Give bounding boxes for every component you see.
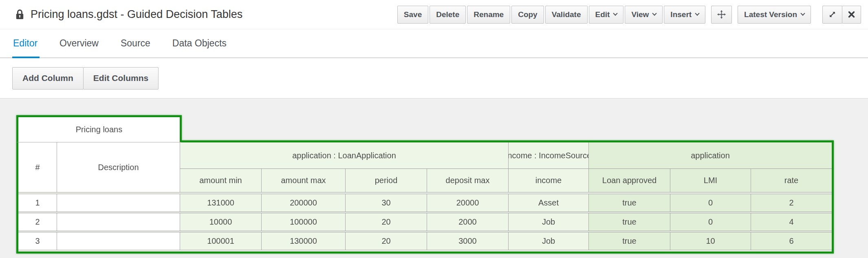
value-cell[interactable]: 2 (751, 194, 832, 212)
tab-editor[interactable]: Editor (12, 29, 48, 57)
lock-icon (15, 9, 25, 20)
header-toolbar: SaveDeleteRenameCopyValidateEditViewInse… (397, 6, 861, 24)
button-label: Edit Columns (93, 73, 148, 83)
value-cell[interactable]: 10000 (180, 213, 262, 231)
decision-table-title: Pricing loans (76, 125, 123, 134)
value-cell[interactable]: 4 (751, 213, 832, 231)
save-button[interactable]: Save (397, 6, 428, 24)
button-label: Save (404, 10, 422, 19)
value-cell[interactable]: 3000 (427, 232, 509, 250)
column-header-loan-approved[interactable]: Loan approved (589, 169, 670, 192)
value-cell[interactable]: 20 (346, 232, 427, 250)
close-button[interactable] (842, 6, 861, 24)
move-icon (717, 10, 726, 19)
value-cell[interactable]: true (589, 194, 670, 212)
value-cell[interactable]: 10 (670, 232, 751, 250)
button-label: Validate (552, 10, 581, 19)
value-cell[interactable]: true (589, 232, 670, 250)
value-cell[interactable]: 130000 (262, 232, 346, 250)
pattern-group-header[interactable]: application : LoanApplication (180, 142, 509, 169)
pattern-group-header[interactable]: application (589, 142, 832, 169)
tab-bar: EditorOverviewSourceData Objects (0, 29, 868, 58)
tab-label: Data Objects (172, 38, 227, 49)
value-cell[interactable]: 20000 (427, 194, 509, 212)
title-bar: Pricing loans.gdst - Guided Decision Tab… (0, 0, 868, 29)
decision-table-grid: #Descriptionapplication : LoanApplicatio… (16, 140, 834, 254)
column-header-income[interactable]: income (509, 169, 589, 192)
button-label: Delete (436, 10, 459, 19)
value-cell[interactable]: 100001 (180, 232, 262, 250)
editor-panel: Pricing loans #Descriptionapplication : … (0, 98, 868, 258)
column-header-amount-max[interactable]: amount max (262, 169, 346, 192)
edit-dropdown[interactable]: Edit (589, 6, 624, 24)
column-header-period[interactable]: period (346, 169, 427, 192)
column-header-lmi[interactable]: LMI (670, 169, 751, 192)
add-column-button[interactable]: Add Column (12, 67, 84, 90)
title-group: Pricing loans.gdst - Guided Decision Tab… (15, 8, 242, 21)
row-number-cell[interactable]: 2 (18, 213, 57, 231)
value-cell[interactable]: Job (509, 232, 589, 250)
value-cell[interactable]: 100000 (262, 213, 346, 231)
edit-columns-button[interactable]: Edit Columns (83, 67, 159, 90)
chevron-down-icon (695, 11, 699, 15)
pattern-group-header[interactable]: income : IncomeSource (509, 142, 589, 169)
value-cell[interactable]: 20 (346, 213, 427, 231)
validate-button[interactable]: Validate (545, 6, 588, 24)
value-cell[interactable]: 200000 (262, 194, 346, 212)
tab-overview[interactable]: Overview (48, 29, 110, 57)
page-title: Pricing loans.gdst - Guided Decision Tab… (31, 8, 242, 21)
chevron-down-icon (800, 11, 805, 15)
value-cell[interactable]: 0 (670, 194, 751, 212)
tab-label: Source (121, 38, 150, 49)
row-number-cell[interactable]: 1 (18, 194, 57, 212)
expand-icon (828, 11, 836, 18)
close-icon (848, 11, 855, 18)
chevron-down-icon (652, 11, 657, 15)
button-label: Rename (474, 10, 504, 19)
toolbar-group (711, 6, 732, 24)
tab-data-objects[interactable]: Data Objects (161, 29, 238, 57)
decision-table-title-tab[interactable]: Pricing loans (16, 115, 182, 142)
toolbar-group: SaveDeleteRenameCopyValidateEditViewInse… (397, 6, 705, 24)
button-label: Add Column (22, 73, 73, 83)
column-header-amount-min[interactable]: amount min (180, 169, 262, 192)
value-cell[interactable]: Asset (509, 194, 589, 212)
value-cell[interactable]: 6 (751, 232, 832, 250)
copy-button[interactable]: Copy (511, 6, 544, 24)
insert-dropdown[interactable]: Insert (664, 6, 705, 24)
value-cell[interactable]: 30 (346, 194, 427, 212)
tab-source[interactable]: Source (110, 29, 161, 57)
tab-label: Overview (59, 38, 99, 49)
button-label: Latest Version (744, 10, 797, 19)
column-header-rate[interactable]: rate (751, 169, 832, 192)
move-button[interactable] (711, 6, 732, 24)
expand-button[interactable] (822, 6, 842, 24)
description-header: Description (57, 142, 180, 192)
row-number-cell[interactable]: 3 (18, 232, 57, 250)
button-label: Copy (518, 10, 538, 19)
chevron-down-icon (613, 11, 618, 15)
column-action-bar: Add Column Edit Columns (0, 58, 868, 98)
value-cell[interactable]: Job (509, 213, 589, 231)
button-label: Edit (595, 10, 610, 19)
value-cell[interactable]: 131000 (180, 194, 262, 212)
decision-table: Pricing loans #Descriptionapplication : … (16, 115, 834, 254)
button-label: Insert (670, 10, 692, 19)
description-cell[interactable] (57, 194, 180, 212)
value-cell[interactable]: true (589, 213, 670, 231)
delete-button[interactable]: Delete (430, 6, 466, 24)
row-number-header: # (18, 142, 57, 192)
view-dropdown[interactable]: View (625, 6, 663, 24)
description-cell[interactable] (57, 213, 180, 231)
tab-label: Editor (13, 38, 37, 49)
toolbar-group (822, 6, 861, 24)
latest-version-dropdown[interactable]: Latest Version (738, 6, 811, 24)
rename-button[interactable]: Rename (467, 6, 510, 24)
value-cell[interactable]: 2000 (427, 213, 509, 231)
button-label: View (631, 10, 649, 19)
column-header-deposit-max[interactable]: deposit max (427, 169, 509, 192)
toolbar-group: Latest Version (738, 6, 811, 24)
value-cell[interactable]: 0 (670, 213, 751, 231)
description-cell[interactable] (57, 232, 180, 250)
